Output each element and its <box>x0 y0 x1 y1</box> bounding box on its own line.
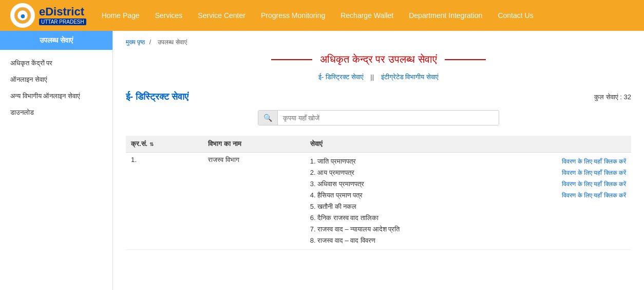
breadcrumb-separator: / <box>149 39 151 46</box>
logo-subtitle: UTTAR PRADESH <box>39 19 86 25</box>
nav-services[interactable]: Services <box>155 11 183 20</box>
tab-edistrict[interactable]: ई- डिस्ट्रिक्ट सेवाएं <box>318 73 364 81</box>
content-area: मुख्य पृष्ठ / उपलब्ध सेवाएं अधिकृत केन्द… <box>113 31 644 290</box>
section-title: अधिकृत केन्द्र पर उपलब्ध सेवाएं <box>126 53 631 65</box>
service-name: 6. दैनिक राजस्व वाद तालिका <box>310 214 378 222</box>
sidebar-link-authorized[interactable]: अधिकृत केंद्रों पर <box>0 55 112 71</box>
sidebar-link-online[interactable]: ऑनलाइन सेवाएं <box>0 71 112 88</box>
header: 🔵 eDistrict UTTAR PRADESH Home Page Serv… <box>0 0 644 31</box>
list-item: 3. अधिवास प्रमाणपत्रविवरण के लिए यहाँ क्… <box>310 178 626 190</box>
page-heading: ई- डिस्ट्रिक्ट सेवाएं <box>126 92 188 102</box>
list-item: 4. हैसियत प्रमाण पत्रविवरण के लिए यहाँ क… <box>310 190 626 201</box>
list-item: 5. खतौनी की नकल <box>310 201 626 212</box>
tab-links: ई- डिस्ट्रिक्ट सेवाएं || इंटीग्रेटेड विभ… <box>126 73 631 81</box>
service-name: 4. हैसियत प्रमाण पत्र <box>310 191 363 200</box>
page-heading-row: ई- डिस्ट्रिक्ट सेवाएं कुल सेवाएं : 32 <box>126 92 631 102</box>
cell-sno: 1. <box>126 153 203 250</box>
logo-text: eDistrict UTTAR PRADESH <box>39 6 86 25</box>
nav-home[interactable]: Home Page <box>102 11 140 20</box>
breadcrumb: मुख्य पृष्ठ / उपलब्ध सेवाएं <box>126 39 631 46</box>
nav-contact[interactable]: Contact Us <box>498 11 533 20</box>
sidebar-item-dept[interactable]: अन्य विभागीय ऑनलाइन सेवाएं <box>0 88 112 104</box>
nav-department[interactable]: Department Integration <box>409 11 482 20</box>
main-nav: Home Page Services Service Center Progre… <box>102 11 634 20</box>
table-header-row: क्र.सं. ⇅ विभाग का नाम सेवाएं <box>126 136 631 153</box>
logo-area: 🔵 eDistrict UTTAR PRADESH <box>10 3 86 28</box>
service-name: 3. अधिवास प्रमाणपत्र <box>310 180 364 188</box>
sort-icon[interactable]: ⇅ <box>149 141 154 147</box>
nav-service-center[interactable]: Service Center <box>198 11 245 20</box>
list-item: 2. आय प्रमाणपत्रविवरण के लिए यहाँ क्लिक … <box>310 167 626 178</box>
service-name: 7. राजस्व वाद – न्यायालय आदेश प्रति <box>310 225 400 233</box>
list-item: 1. जाति प्रमाणपत्रविवरण के लिए यहाँ क्लि… <box>310 156 626 167</box>
search-input[interactable] <box>278 111 499 125</box>
sidebar-link-download[interactable]: डाउनलोड <box>0 104 112 121</box>
tab-integrated[interactable]: इंटीग्रेटेड विभागीय सेवाएं <box>381 73 439 81</box>
service-name: 8. राजस्व वाद – वाद विवरण <box>310 237 375 245</box>
logo-title: eDistrict <box>39 6 86 17</box>
service-name: 2. आय प्रमाणपत्र <box>310 169 354 177</box>
col-dept: विभाग का नाम <box>203 136 305 153</box>
list-item: 8. राजस्व वाद – वाद विवरण <box>310 235 626 246</box>
list-item: 7. राजस्व वाद – न्यायालय आदेश प्रति <box>310 224 626 235</box>
cell-services: 1. जाति प्रमाणपत्रविवरण के लिए यहाँ क्लि… <box>305 153 631 250</box>
svg-text:🔵: 🔵 <box>21 14 25 19</box>
search-bar: 🔍 <box>258 110 499 125</box>
services-table: क्र.सं. ⇅ विभाग का नाम सेवाएं 1.राजस्व व… <box>126 136 631 250</box>
sidebar-item-online[interactable]: ऑनलाइन सेवाएं <box>0 71 112 88</box>
nav-progress[interactable]: Progress Monitoring <box>261 11 325 20</box>
nav-recharge[interactable]: Recharge Wallet <box>340 11 393 20</box>
sidebar-header: उपलब्ध सेवाएं <box>0 31 112 50</box>
breadcrumb-home[interactable]: मुख्य पृष्ठ <box>126 39 145 46</box>
sidebar-item-authorized[interactable]: अधिकृत केंद्रों पर <box>0 55 112 71</box>
total-count: कुल सेवाएं : 32 <box>594 93 631 101</box>
service-name: 1. जाति प्रमाणपत्र <box>310 157 356 166</box>
breadcrumb-current: उपलब्ध सेवाएं <box>158 39 186 46</box>
list-item: 6. दैनिक राजस्व वाद तालिका <box>310 212 626 224</box>
logo-emblem: 🔵 <box>10 3 35 28</box>
sidebar-link-dept[interactable]: अन्य विभागीय ऑनलाइन सेवाएं <box>0 88 112 104</box>
sidebar-menu: अधिकृत केंद्रों पर ऑनलाइन सेवाएं अन्य वि… <box>0 50 112 126</box>
sidebar-item-download[interactable]: डाउनलोड <box>0 104 112 121</box>
detail-link[interactable]: विवरण के लिए यहाँ क्लिक करें <box>562 158 626 165</box>
detail-link[interactable]: विवरण के लिए यहाँ क्लिक करें <box>562 169 626 176</box>
tab-separator: || <box>370 73 374 81</box>
col-services: सेवाएं <box>305 136 631 153</box>
table-row: 1.राजस्व विभाग1. जाति प्रमाणपत्रविवरण के… <box>126 153 631 250</box>
search-icon: 🔍 <box>258 111 278 125</box>
detail-link[interactable]: विवरण के लिए यहाँ क्लिक करें <box>562 192 626 199</box>
detail-link[interactable]: विवरण के लिए यहाँ क्लिक करें <box>562 180 626 188</box>
main-layout: उपलब्ध सेवाएं अधिकृत केंद्रों पर ऑनलाइन … <box>0 31 644 290</box>
service-name: 5. खतौनी की नकल <box>310 203 357 211</box>
col-sno: क्र.सं. ⇅ <box>126 136 203 153</box>
section-title-text: अधिकृत केन्द्र पर उपलब्ध सेवाएं <box>320 53 437 65</box>
sidebar: उपलब्ध सेवाएं अधिकृत केंद्रों पर ऑनलाइन … <box>0 31 113 290</box>
cell-dept-name: राजस्व विभाग <box>203 153 305 250</box>
